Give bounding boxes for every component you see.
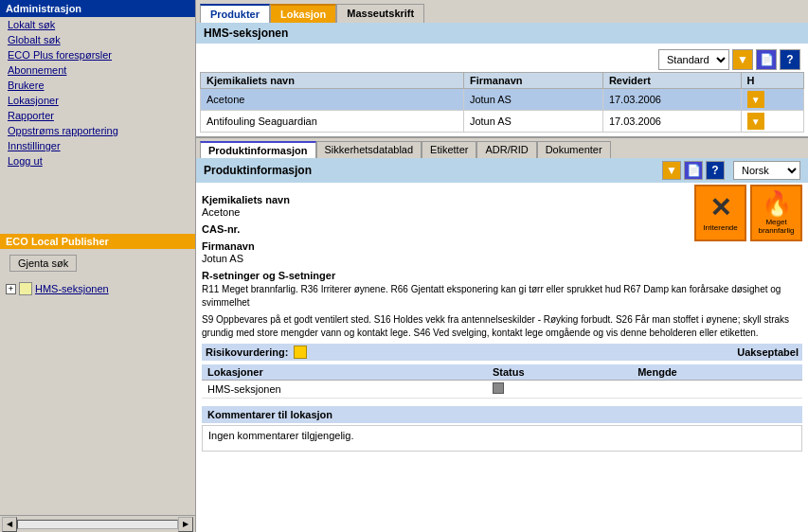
hazard-icons: ✕ Irriterende 🔥 Megetbrannfarlig bbox=[694, 185, 802, 241]
top-tab-bar: Produkter Lokasjon Masseutskrift bbox=[196, 0, 808, 23]
top-toolbar: Standard Avansert ▼ 📄 ? bbox=[200, 47, 804, 72]
rs-label: R-setninger og S-setninger bbox=[202, 270, 802, 281]
products-table: Kjemikaliets navn Firmanavn Revidert H A… bbox=[200, 72, 804, 133]
cell-name: Acetone bbox=[201, 89, 464, 111]
row-arrow-btn[interactable]: ▼ bbox=[747, 91, 764, 108]
row-arrow-btn[interactable]: ▼ bbox=[747, 113, 764, 130]
sidebar-title: Administrasjon bbox=[0, 0, 195, 17]
col-h: H bbox=[741, 73, 803, 89]
tab-produktinformasjon[interactable]: Produktinformasjon bbox=[200, 141, 316, 158]
standard-dropdown[interactable]: Standard Avansert bbox=[658, 49, 729, 70]
top-arrow-btn[interactable]: ▼ bbox=[732, 49, 753, 70]
cell-company: Jotun AS bbox=[463, 111, 602, 133]
eco-publisher-label: ECO Local Publisher bbox=[0, 234, 195, 249]
pdf-icon: 📄 bbox=[760, 53, 774, 66]
sidebar-scrollbar[interactable]: ◀ ▶ bbox=[0, 515, 195, 532]
company-value: Jotun AS bbox=[202, 253, 802, 264]
bottom-panel: Produktinformasjon Sikkerhetsdatablad Et… bbox=[196, 138, 808, 532]
sub-arrow-btn[interactable]: ▼ bbox=[662, 161, 681, 180]
location-name: HMS-seksjonen bbox=[202, 381, 487, 399]
hazard-icon-irriterende: ✕ Irriterende bbox=[694, 185, 746, 241]
col-company: Firmanavn bbox=[463, 73, 602, 89]
top-table-area: Standard Avansert ▼ 📄 ? Kjemikaliets nav… bbox=[196, 44, 808, 136]
table-row[interactable]: Antifouling Seaguardian Jotun AS 17.03.2… bbox=[201, 111, 804, 133]
risk-row: Risikovurdering: Uakseptabel bbox=[202, 344, 802, 361]
tree-root-label[interactable]: HMS-seksjonen bbox=[35, 283, 109, 294]
bottom-content: ✕ Irriterende 🔥 Megetbrannfarlig Kjemika… bbox=[196, 183, 808, 532]
sidebar-item-globalt-sok[interactable]: Globalt søk bbox=[0, 32, 195, 47]
top-panel-header: HMS-seksjonen bbox=[196, 23, 808, 44]
tree-root: + HMS-seksjonen bbox=[6, 281, 189, 296]
rs-text: R11 Meget brannfarlig. R36 Irriterer øyn… bbox=[202, 283, 802, 310]
tab-masseutskrift[interactable]: Masseutskrift bbox=[336, 4, 424, 23]
tab-etiketter[interactable]: Etiketter bbox=[422, 141, 476, 158]
comment-body: Ingen kommentarer tilgjengelig. bbox=[202, 425, 802, 452]
main-content: Produkter Lokasjon Masseutskrift HMS-sek… bbox=[196, 0, 808, 532]
tab-sikkerhetsdatablad[interactable]: Sikkerhetsdatablad bbox=[316, 141, 422, 158]
tab-lokasjon[interactable]: Lokasjon bbox=[270, 4, 336, 23]
sub-arrow-icon: ▼ bbox=[666, 164, 677, 177]
sidebar-item-brukere[interactable]: Brukere bbox=[0, 78, 195, 93]
risk-label: Risikovurdering: bbox=[206, 346, 288, 358]
cell-h: ▼ bbox=[741, 111, 803, 133]
col-name: Kjemikaliets navn bbox=[201, 73, 464, 89]
sub-help-btn[interactable]: ? bbox=[706, 161, 725, 180]
cell-h: ▼ bbox=[741, 89, 803, 111]
brannfarlig-label: Megetbrannfarlig bbox=[759, 218, 795, 235]
tab-produkter[interactable]: Produkter bbox=[200, 4, 270, 23]
sidebar-item-innstillinger[interactable]: Innstillinger bbox=[0, 138, 195, 153]
sidebar-item-lokalt-sok[interactable]: Lokalt søk bbox=[0, 17, 195, 32]
s-text: S9 Oppbevares på et godt ventilert sted.… bbox=[202, 313, 802, 340]
sidebar-item-oppstroms[interactable]: Oppstrøms rapportering bbox=[0, 123, 195, 138]
location-row[interactable]: HMS-seksjonen bbox=[202, 381, 802, 399]
status-box bbox=[493, 382, 504, 394]
col-mengde: Mengde bbox=[632, 364, 802, 381]
col-lokasjoner: Lokasjoner bbox=[202, 364, 487, 381]
top-panel-title: HMS-seksjonen bbox=[204, 27, 288, 40]
sub-tab-bar: Produktinformasjon Sikkerhetsdatablad Et… bbox=[196, 138, 808, 158]
col-status: Status bbox=[487, 364, 632, 381]
brannfarlig-symbol: 🔥 bbox=[762, 191, 792, 216]
tree-expand-icon[interactable]: + bbox=[6, 284, 16, 294]
sidebar-tree: + HMS-seksjonen bbox=[0, 277, 195, 300]
scroll-left-btn[interactable]: ◀ bbox=[2, 517, 17, 532]
tab-dokumenter[interactable]: Dokumenter bbox=[537, 141, 611, 158]
sub-panel-header: Produktinformasjon ▼ 📄 ? Norsk English D… bbox=[196, 158, 808, 183]
sidebar-nav: Lokalt søk Globalt søk ECO Plus forespør… bbox=[0, 17, 195, 232]
sub-help-icon: ? bbox=[711, 164, 718, 177]
cell-name: Antifouling Seaguardian bbox=[201, 111, 464, 133]
hazard-icon-brannfarlig: 🔥 Megetbrannfarlig bbox=[750, 185, 802, 241]
help-icon: ? bbox=[786, 53, 793, 66]
scroll-track[interactable] bbox=[17, 520, 178, 529]
company-label: Firmanavn bbox=[202, 240, 802, 252]
sub-toolbar: ▼ 📄 ? Norsk English Deutsch bbox=[662, 161, 800, 180]
top-panel: Produkter Lokasjon Masseutskrift HMS-sek… bbox=[196, 0, 808, 138]
location-table: Lokasjoner Status Mengde HMS-seksjonen bbox=[202, 364, 802, 399]
comment-section-header: Kommentarer til lokasjon bbox=[202, 406, 802, 423]
tab-adr-rid[interactable]: ADR/RID bbox=[476, 141, 536, 158]
sidebar-item-logg-ut[interactable]: Logg ut bbox=[0, 153, 195, 168]
location-status bbox=[487, 381, 632, 399]
cell-revised: 17.03.2006 bbox=[602, 89, 741, 111]
sidebar-item-eco-plus[interactable]: ECO Plus forespørsler bbox=[0, 47, 195, 62]
sidebar-item-abonnement[interactable]: Abonnement bbox=[0, 62, 195, 78]
sidebar-item-rapporter[interactable]: Rapporter bbox=[0, 108, 195, 123]
top-help-btn[interactable]: ? bbox=[780, 49, 800, 70]
gjenta-sok-button[interactable]: Gjenta søk bbox=[9, 255, 77, 272]
arrow-down-icon: ▼ bbox=[737, 53, 748, 66]
sidebar: Administrasjon Lokalt søk Globalt søk EC… bbox=[0, 0, 196, 532]
uakseptabel-label: Uakseptabel bbox=[737, 346, 799, 358]
table-row[interactable]: Acetone Jotun AS 17.03.2006 ▼ bbox=[201, 89, 804, 111]
sub-pdf-btn[interactable]: 📄 bbox=[684, 161, 703, 180]
cell-revised: 17.03.2006 bbox=[602, 111, 741, 133]
col-revised: Revidert bbox=[602, 73, 741, 89]
sub-panel-title: Produktinformasjon bbox=[204, 164, 312, 177]
sub-pdf-icon: 📄 bbox=[687, 164, 701, 177]
location-mengde bbox=[632, 381, 802, 399]
sidebar-item-lokasjoner[interactable]: Lokasjoner bbox=[0, 93, 195, 108]
top-pdf-btn[interactable]: 📄 bbox=[756, 49, 777, 70]
scroll-right-btn[interactable]: ▶ bbox=[178, 517, 193, 532]
language-dropdown[interactable]: Norsk English Deutsch bbox=[733, 161, 800, 180]
cell-company: Jotun AS bbox=[463, 89, 602, 111]
risk-indicator bbox=[294, 346, 307, 359]
